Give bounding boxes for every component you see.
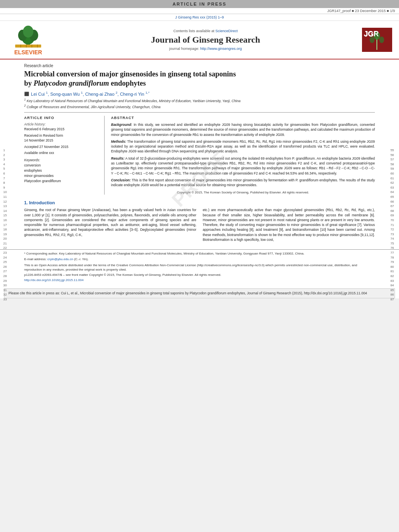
email-note: E-mail address: cryin@ybu.edu.cn (C.-r. … xyxy=(24,257,375,261)
abstract-column: ABSTRACT Background: In this study, we s… xyxy=(111,116,375,195)
authors-line: ⬛ Lei Cui 1, Song-quan Wu 1, Cheng-ai Zh… xyxy=(24,91,375,97)
keywords-list: conversionendophytesminor ginsenosidesPl… xyxy=(24,163,100,183)
available-online: Available online xxx xyxy=(24,151,100,156)
corresponding-author-note: * Corresponding author. Key Laboratory o… xyxy=(24,251,375,256)
background-text: In this study, we screened and identifie… xyxy=(111,123,375,137)
doi-note: http://dx.doi.org/10.1016/j.jgr.2015.11.… xyxy=(24,278,375,282)
journal-link[interactable]: J Ginseng Res xxx (2015) 1–9 xyxy=(175,15,224,19)
open-access-note: This is an Open Access article distribut… xyxy=(24,263,375,272)
conclusion-text: This is the first report about conversio… xyxy=(111,178,375,187)
article-history-label: Article history: xyxy=(24,122,100,126)
email-link[interactable]: cryin@ybu.edu.cn xyxy=(47,257,73,261)
keywords-label: Keywords: xyxy=(24,158,100,162)
journal-header: ELSEVIER Contents lists available at Sci… xyxy=(0,21,399,60)
jgr-abbr: JGR xyxy=(364,30,379,38)
doi-link[interactable]: http://dx.doi.org/10.1016/j.jgr.2015.11.… xyxy=(24,278,84,282)
affiliation-1: 1 Key Laboratory of Natural Resources of… xyxy=(24,98,375,104)
jgr-box: JGR JGR xyxy=(362,28,392,52)
background-label: Background: xyxy=(111,123,132,127)
results-label: Results: xyxy=(111,156,125,160)
abstract-results: Results: A total of 32 β-glucosidase-pro… xyxy=(111,156,375,176)
journal-homepage: journal homepage: http://www.ginsengres.… xyxy=(52,47,359,51)
keyword-item: endophytes xyxy=(24,168,100,173)
abstract-background: Background: In this study, we screened a… xyxy=(111,122,375,137)
intro-col-left: Ginseng, the root of Panax ginseng Meyer… xyxy=(24,207,196,244)
keyword-item: conversion xyxy=(24,163,100,168)
sciencedirect-link[interactable]: ScienceDirect xyxy=(216,29,238,33)
abstract-heading: ABSTRACT xyxy=(111,116,375,120)
methods-text: The transformation of ginseng total sapo… xyxy=(111,140,375,154)
keyword-item: Platycodon grandiflorum xyxy=(24,179,100,184)
citation-text: Please cite this article in press as: Cu… xyxy=(8,291,367,295)
introduction-columns: Ginseng, the root of Panax ginseng Meyer… xyxy=(24,207,375,244)
abstract-conclusion: Conclusion: This is the first report abo… xyxy=(111,178,375,188)
homepage-url[interactable]: http://www.ginsengres.org xyxy=(200,47,242,51)
issn-note: p1226-8453 e2093-4947/$ – see front matt… xyxy=(24,273,375,277)
article-info-heading: ARTICLE INFO xyxy=(24,116,100,120)
page: ARTICLE IN PRESS JGR147_proof ■ 23 Decem… xyxy=(0,0,399,298)
article-type-label: Research article xyxy=(24,64,375,68)
keyword-item: minor ginsenosides xyxy=(24,173,100,179)
abstract-text: Background: In this study, we screened a… xyxy=(111,122,375,195)
journal-title: Journal of Ginseng Research xyxy=(52,35,359,45)
methods-label: Methods: xyxy=(111,140,126,144)
intro-paragraph-1: Ginseng, the root of Panax ginseng Meyer… xyxy=(24,207,196,237)
abstract-copyright: Copyright © 2015, The Korean Society of … xyxy=(111,190,375,195)
svg-point-4 xyxy=(23,26,33,38)
received-1: Received 6 February 2015 xyxy=(24,127,100,132)
affiliation-2: 2 College of Resources and Environmental… xyxy=(24,104,375,110)
introduction-section: 1. Introduction Ginseng, the root of Pan… xyxy=(0,198,399,246)
results-text: A total of 32 β-glucosidase-producing en… xyxy=(111,156,375,175)
received-revised: Received in Revised form 14 November 201… xyxy=(24,134,100,143)
article-info-abstract: ARTICLE INFO Article history: Received 6… xyxy=(24,112,375,195)
article-header-section: Research article Microbial conversion of… xyxy=(0,60,399,195)
article-in-press-banner: ARTICLE IN PRESS xyxy=(0,0,399,8)
conclusion-label: Conclusion: xyxy=(111,178,131,182)
article-body: 1234567891011121314151617181920212223242… xyxy=(0,60,399,298)
intro-col-right: etc.) are more pharmaceutically active t… xyxy=(203,207,375,244)
introduction-title: 1. Introduction xyxy=(24,200,375,205)
article-info-column: ARTICLE INFO Article history: Received 6… xyxy=(24,116,105,195)
author-icon: ⬛ xyxy=(24,92,29,96)
sciencedirect-line: Contents lists available at ScienceDirec… xyxy=(52,29,359,33)
elsevier-name: ELSEVIER xyxy=(14,49,42,55)
intro-paragraph-2: etc.) are more pharmaceutically active t… xyxy=(203,207,375,242)
citation-bar: Please cite this article in press as: Cu… xyxy=(4,288,395,299)
accepted-date: Accepted 27 November 2015 xyxy=(24,145,100,150)
article-title: Microbial conversion of major ginsenosid… xyxy=(24,70,375,88)
svg-point-15 xyxy=(379,37,384,43)
abstract-methods: Methods: The transformation of ginseng t… xyxy=(111,139,375,154)
journal-center: Contents lists available at ScienceDirec… xyxy=(52,29,359,51)
elsevier-tree-icon xyxy=(12,24,44,48)
footer-section: * Corresponding author. Key Laboratory o… xyxy=(0,249,399,285)
affiliations: 1 Key Laboratory of Natural Resources of… xyxy=(24,98,375,109)
journal-top-link: J Ginseng Res xxx (2015) 1–9 xyxy=(0,14,399,21)
header-meta: JGR147_proof ■ 23 December 2015 ■ 1/9 xyxy=(0,8,399,14)
jgr-logo: JGR JGR xyxy=(359,28,395,52)
elsevier-logo: ELSEVIER xyxy=(4,24,52,55)
